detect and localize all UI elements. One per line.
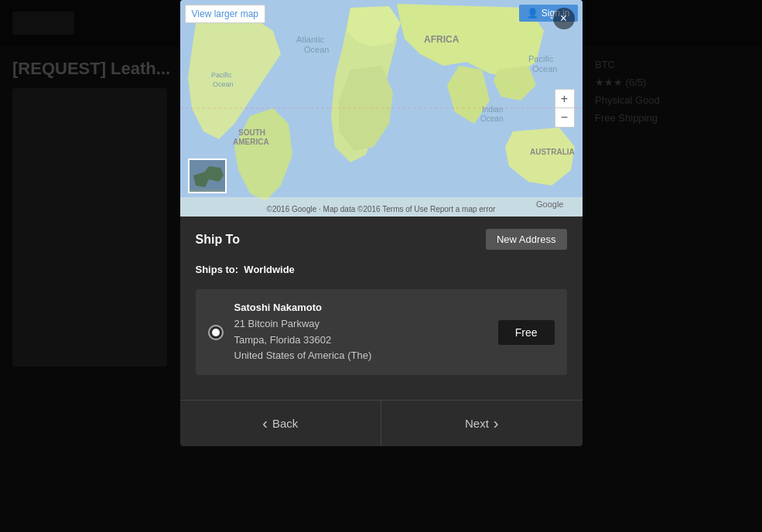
radio-selected-indicator [212,329,220,336]
map-thumbnail [188,159,227,193]
address-info: Satoshi Nakamoto 21 Bitcoin Parkway Tamp… [234,300,487,364]
map-svg: Atlantic Ocean Pacific Ocean Pacific Oce… [180,0,583,217]
modal-footer: Back Next [180,400,583,446]
ships-to-prefix: Ships to: [196,264,239,275]
address-country: United States of America (The) [234,348,487,364]
map-zoom-controls: + − [555,89,575,128]
back-label: Back [272,417,298,430]
person-icon: 👤 [527,8,538,19]
ship-to-header: Ship To New Address [196,229,567,250]
next-button[interactable]: Next [381,401,583,446]
map-container: Atlantic Ocean Pacific Ocean Pacific Oce… [180,0,583,217]
svg-text:Pacific: Pacific [211,71,232,79]
back-button[interactable]: Back [180,401,382,446]
svg-text:AUSTRALIA: AUSTRALIA [530,148,575,156]
next-label: Next [465,417,489,430]
map-attribution: ©2016 Google · Map data ©2016 Terms of U… [267,205,496,213]
view-larger-map-link[interactable]: View larger map [185,5,265,23]
address-radio[interactable] [208,325,224,340]
address-name: Satoshi Nakamoto [234,300,487,316]
ship-to-label: Ship To [196,233,240,247]
zoom-out-button[interactable]: − [555,108,574,127]
shipping-cost-badge: Free [498,320,555,345]
svg-text:Pacific: Pacific [528,54,554,63]
svg-text:Atlantic: Atlantic [296,35,325,44]
address-city-state: Tampa, Florida 33602 [234,332,487,349]
svg-text:AFRICA: AFRICA [424,34,460,45]
modal: × [180,0,583,446]
ships-to-row: Ships to: Worldwide [196,261,567,278]
svg-text:AMERICA: AMERICA [233,138,269,146]
ships-to-value: Worldwide [244,264,294,275]
svg-text:Ocean: Ocean [304,45,329,54]
close-button[interactable]: × [553,8,575,29]
svg-text:Ocean: Ocean [213,80,234,88]
new-address-button[interactable]: New Address [486,229,567,250]
chevron-right-icon [494,414,499,432]
svg-text:Ocean: Ocean [532,64,557,73]
svg-text:Ocean: Ocean [480,114,503,123]
svg-rect-18 [190,189,227,193]
modal-body: Ship To New Address Ships to: Worldwide … [180,217,583,387]
svg-text:Indian: Indian [482,105,503,114]
zoom-in-button[interactable]: + [555,90,574,108]
chevron-left-icon [262,414,268,432]
svg-text:SOUTH: SOUTH [238,128,265,137]
svg-text:Google: Google [536,200,563,209]
address-card[interactable]: Satoshi Nakamoto 21 Bitcoin Parkway Tamp… [196,289,567,375]
address-street: 21 Bitcoin Parkway [234,316,487,332]
